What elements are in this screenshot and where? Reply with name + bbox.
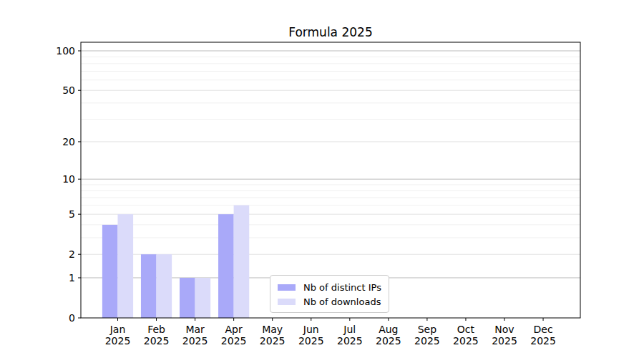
y-tick-label: 5 [42, 208, 75, 220]
x-tick-year: 2025 [406, 336, 449, 347]
x-tick-label: Mar2025 [174, 324, 217, 347]
legend-label: Nb of downloads [303, 296, 381, 307]
legend-item: Nb of downloads [278, 295, 383, 308]
x-tick-year: 2025 [174, 336, 217, 347]
bar [157, 254, 172, 318]
y-tick-label: 0 [42, 312, 75, 324]
x-tick-month: Sep [406, 324, 449, 336]
x-tick-label: Jul2025 [328, 324, 371, 347]
x-tick-label: Feb2025 [135, 324, 178, 347]
y-tick-label: 20 [42, 136, 75, 147]
x-tick-label: Nov2025 [483, 324, 526, 347]
x-tick-year: 2025 [290, 336, 333, 347]
x-tick-label: Sep2025 [406, 324, 449, 347]
x-tick-month: May [251, 324, 294, 336]
x-tick-label: Oct2025 [444, 324, 487, 347]
x-tick-month: Oct [444, 324, 487, 336]
chart-title: Formula 2025 [81, 25, 580, 39]
x-tick-year: 2025 [444, 336, 487, 347]
x-tick-year: 2025 [367, 336, 410, 347]
legend-label: Nb of distinct IPs [303, 282, 381, 293]
legend-swatch-icon [278, 299, 296, 305]
x-tick-year: 2025 [522, 336, 565, 347]
x-tick-month: Apr [213, 324, 255, 336]
x-tick-label: Jan2025 [97, 324, 140, 347]
legend: Nb of distinct IPsNb of downloads [270, 275, 389, 313]
x-tick-month: Feb [135, 324, 178, 336]
x-tick-label: May2025 [251, 324, 294, 347]
legend-item: Nb of distinct IPs [278, 281, 383, 294]
x-tick-month: Nov [483, 324, 526, 336]
x-tick-month: Jun [290, 324, 333, 336]
y-tick-label: 10 [42, 173, 75, 185]
y-tick-label: 100 [42, 45, 75, 57]
x-tick-year: 2025 [328, 336, 371, 347]
x-tick-label: Dec2025 [522, 324, 565, 347]
bar [141, 254, 157, 318]
x-tick-month: Jul [328, 324, 371, 336]
bar [180, 278, 195, 318]
bar [118, 214, 134, 318]
formula-2025-chart: Formula 2025 0125102050100 Jan2025Feb202… [0, 0, 644, 358]
x-tick-year: 2025 [213, 336, 255, 347]
y-tick-label: 1 [42, 272, 75, 284]
x-tick-year: 2025 [97, 336, 140, 347]
x-tick-year: 2025 [135, 336, 178, 347]
x-tick-label: Aug2025 [367, 324, 410, 347]
x-tick-month: Aug [367, 324, 410, 336]
x-tick-year: 2025 [483, 336, 526, 347]
x-tick-label: Jun2025 [290, 324, 333, 347]
x-tick-month: Jan [97, 324, 140, 336]
bar [234, 205, 250, 318]
bar [218, 214, 234, 318]
y-tick-label: 50 [42, 84, 75, 96]
bar [102, 225, 118, 318]
x-tick-year: 2025 [251, 336, 294, 347]
x-tick-month: Mar [174, 324, 217, 336]
y-tick-label: 2 [42, 248, 75, 260]
bar [195, 278, 211, 318]
x-tick-month: Dec [522, 324, 565, 336]
legend-swatch-icon [278, 284, 296, 291]
x-tick-label: Apr2025 [213, 324, 255, 347]
